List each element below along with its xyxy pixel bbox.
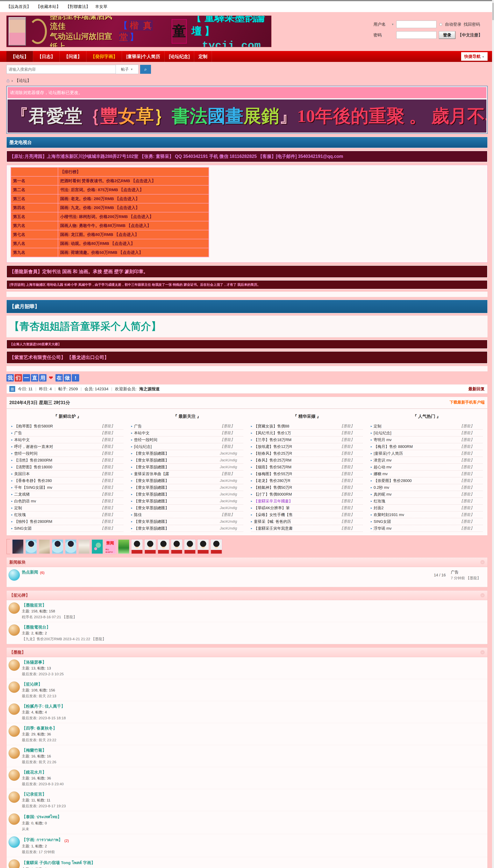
post-author-link[interactable]: 【墨龍】 [340, 430, 363, 436]
forum-lastpost[interactable]: 最后发表: 2023-8-3 23:40 [22, 781, 486, 787]
topbar-link[interactable]: 【設為首頁】 [6, 4, 31, 10]
topbar-link[interactable]: 【對聯書法】 [65, 4, 90, 10]
section-header[interactable]: 【墨龍】 − [6, 648, 488, 657]
post-author-link[interactable]: JackUndig [220, 506, 243, 510]
post-author-link[interactable]: 【墨龍】 [340, 444, 363, 449]
forum-lastpost[interactable]: 最后发表: 前天 22:13 [22, 694, 486, 699]
forum-link[interactable]: 【童驛采 子供の宿場 Tong โพสต์ 字画】 [22, 860, 95, 866]
newest-member-link[interactable]: 海之源报道 [139, 386, 160, 392]
post-link[interactable]: 【豊女草墨韻總匯】 [134, 478, 218, 483]
forum-link[interactable]: 【鏡花水月】 [22, 770, 46, 775]
post-link[interactable]: 定制 [14, 505, 98, 511]
post-link[interactable]: 美国日本 [14, 471, 98, 477]
auto-login-checkbox[interactable] [439, 23, 442, 26]
search-type-select[interactable]: 帖子▼ [116, 64, 138, 74]
post-link[interactable]: 【豊女草墨韻總匯】 [134, 492, 218, 497]
post-link[interactable]: 浮华谣 mv [374, 526, 458, 531]
post-link[interactable]: 【朝春风】售价25万R [254, 451, 338, 456]
post-author-link[interactable]: JackUndig [220, 485, 243, 490]
avatar-thumbnail[interactable] [52, 539, 63, 554]
post-link[interactable]: 千年【SING女团】mv [14, 485, 98, 490]
rank-item-link[interactable]: 国画人物: 勇敢牛牛。价格88万RMB 【点击进入】 [58, 221, 209, 230]
post-author-link[interactable]: JackUndig [220, 519, 243, 524]
post-link[interactable]: 【梅月】售价 8800RM [374, 444, 458, 449]
post-author-link[interactable]: 【墨龍】 [340, 519, 363, 524]
forum-link[interactable]: 【四季: 春夏秋冬】 [22, 725, 57, 731]
post-author-link[interactable]: 【墨龍】 [459, 505, 483, 511]
post-link[interactable]: 红玫瑰 [14, 512, 98, 517]
post-link[interactable]: 潜意识 mv [374, 458, 458, 463]
post-link[interactable]: 二龙戏猪 [14, 492, 98, 497]
post-link[interactable]: 广告 [134, 424, 218, 429]
forum-lastpost[interactable]: 最后发表: 2023-8-15 18:18 [22, 716, 486, 721]
post-author-link[interactable]: JackUndig [220, 458, 243, 462]
post-link[interactable]: 【豊女草墨韻總匯】 [134, 526, 218, 531]
post-author-link[interactable]: 【墨龍】 [340, 499, 363, 504]
post-author-link[interactable]: 【墨龍】 [459, 458, 483, 463]
post-link[interactable]: 【寶藏女孩】售價88 [254, 424, 338, 429]
rank-item-link[interactable]: 国画: 荷塘清趣。价格50万RMB 【点击进入】 [58, 248, 209, 257]
rank-item-link[interactable]: 国画: 老龙。价格: 280万RMB 【点击进入】 [58, 194, 209, 203]
post-link[interactable]: 【湆然】售价2800RM [14, 458, 98, 463]
post-link[interactable]: |童驿采|个人简历 [374, 451, 458, 456]
avatar-thumbnail[interactable] [39, 539, 50, 554]
forum-link[interactable]: 【洛陽瑟事】 [22, 660, 46, 665]
post-author-link[interactable]: 【墨龍】 [100, 519, 124, 524]
avatar-thumbnail[interactable] [197, 539, 209, 554]
quick-nav-button[interactable]: 快捷导航 ▼ [461, 52, 488, 61]
post-link[interactable]: 【朵唯】女性手機【售 [254, 512, 338, 517]
rank-item-link[interactable]: 国画: 动观。价格80万RMB 【点击进入】 [58, 239, 209, 248]
intro-title[interactable]: 【青杏姐姐語音童驿采个人简介】 [10, 320, 484, 333]
forum-link[interactable]: 【字画: การวาดภาพ】 [22, 836, 62, 843]
post-author-link[interactable]: 【墨龍】 [100, 512, 124, 517]
post-link[interactable]: 【豊女草墨韻總匯】 [134, 499, 218, 504]
post-link[interactable]: 红玫瑰 [374, 499, 458, 504]
post-link[interactable]: 曾经一段时间 [14, 451, 98, 456]
post-link[interactable]: 【烟雨】售价58万RM [254, 464, 338, 470]
rank-item-link[interactable]: 把酒时看剑 焚香夜读书。价格2亿RMB 【点击进入】 [58, 177, 209, 185]
post-link[interactable]: [论坛纪念] [134, 444, 218, 449]
post-link[interactable]: 【独怜】售价2800RM [14, 519, 98, 524]
post-link[interactable]: 【華碩4K分辨率】筆 [254, 505, 338, 511]
collapse-icon[interactable]: − [480, 560, 484, 564]
avatar-thumbnail[interactable] [78, 539, 90, 554]
post-link[interactable]: 【崇爱图】售价28000 [374, 478, 458, 483]
forum-link[interactable]: 热点新闻 [22, 569, 38, 575]
avatar-thumbnail[interactable] [12, 539, 23, 554]
forum-lastpost[interactable]: 程序名 2023-8-16 07:21 【墨龍】 [22, 614, 486, 620]
post-author-link[interactable]: 【墨龍】 [340, 471, 363, 476]
forum-link[interactable]: 【泰国: ประเทศไทย】 [22, 813, 61, 820]
post-link[interactable]: 【放纸鸢】售价12万R [254, 444, 338, 449]
post-author-link[interactable]: 【墨龍】 [459, 437, 483, 442]
post-author-link[interactable]: JackUndig [220, 465, 243, 469]
post-link[interactable]: 【修梅图】售价55万R [254, 471, 338, 477]
post-link[interactable]: 广告 [14, 430, 98, 436]
post-author-link[interactable]: 【墨龍】 [459, 519, 483, 524]
forum-link[interactable]: 【粉腻丹子: 佳人萬千】 [22, 703, 65, 709]
post-link[interactable]: 【討了】售價8000RM [254, 492, 338, 497]
avatar-thumbnail[interactable] [25, 539, 37, 554]
password-input[interactable] [396, 31, 436, 39]
post-author-link[interactable]: 【墨龍】 [459, 430, 483, 436]
collapse-icon[interactable]: − [480, 593, 484, 597]
avatar-thumbnail[interactable] [158, 539, 169, 554]
post-link[interactable]: 【豊女草墨韻總匯】 [134, 485, 218, 490]
avatar-thumbnail[interactable] [92, 539, 103, 554]
avatar-thumbnail[interactable] [105, 539, 116, 554]
post-link[interactable]: 【兰亭】售价18万RM [254, 437, 338, 442]
login-button[interactable]: 登录 [439, 31, 455, 39]
post-author-link[interactable]: 【墨龍】 [100, 505, 124, 511]
post-author-link[interactable]: 【墨龍】 [220, 437, 243, 442]
post-author-link[interactable]: 【墨龍】 [100, 499, 124, 504]
forum-lastpost[interactable]: 最后发表: 17 分钟前 [22, 850, 486, 854]
forum-lastpost[interactable]: 【九龙】售价200万RMB 2023-4-21 21:22 【墨龍】 [22, 636, 486, 642]
avatar-thumbnail[interactable] [184, 539, 195, 554]
rank-item-link[interactable]: 小楷书法: 林柯彤词。价格200万RMB 【点击进入】 [58, 212, 209, 221]
post-link[interactable]: 【春风】售价25万RM [254, 458, 338, 463]
post-author-link[interactable]: 【墨龍】 [459, 471, 483, 476]
post-link[interactable]: 【清野图】售价18000 [14, 464, 98, 470]
post-author-link[interactable]: 【墨龍】 [220, 424, 243, 429]
post-link[interactable]: 超心动 mv [374, 464, 458, 470]
forum-lastpost[interactable]: 最后发表: 2023-8-17 19:23 [22, 804, 486, 809]
collapse-icon[interactable]: − [480, 650, 484, 654]
